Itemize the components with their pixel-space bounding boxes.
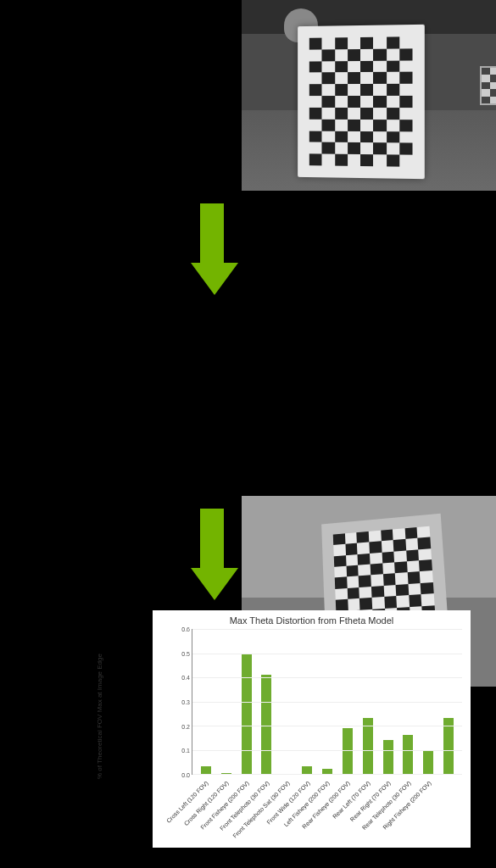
down-arrow-icon (191, 203, 233, 295)
chart-bar (423, 750, 433, 775)
chart-bar (383, 740, 393, 774)
y-tick-label: 0.6 (176, 626, 190, 632)
calibration-board-real (298, 25, 425, 179)
y-tick-label: 0.4 (176, 675, 190, 681)
chart-bar (443, 718, 454, 774)
y-tick-label: 0.2 (176, 723, 190, 729)
chart-bar (201, 766, 211, 774)
chart-bar (242, 654, 252, 775)
y-tick-label: 0.5 (176, 650, 190, 656)
chart-plot-area (192, 629, 462, 775)
chart-title: Max Theta Distortion from Ftheta Model (153, 615, 471, 626)
y-tick-label: 0.0 (176, 772, 190, 778)
chart-y-ticks: 0.00.10.20.30.40.50.6 (178, 629, 190, 775)
page-root: Max Theta Distortion from Ftheta Model %… (0, 0, 496, 868)
background-checker-small (480, 66, 496, 105)
chart-bar (403, 735, 413, 774)
y-tick-label: 0.3 (176, 699, 190, 705)
y-tick-label: 0.1 (176, 748, 190, 754)
chart-bar (302, 766, 312, 774)
down-arrow-icon (191, 509, 233, 600)
chart-bar (261, 675, 271, 774)
photo-checkerboard-real (242, 0, 496, 191)
chart-y-label: % of Theoretical FOV Max at Image Edge (96, 653, 103, 780)
chart-bar (343, 728, 353, 774)
chart-bar (363, 718, 373, 774)
distortion-chart: Max Theta Distortion from Ftheta Model %… (153, 610, 471, 848)
chart-x-ticks: Cross Left (120 FOV)Cross Right (120 FOV… (192, 776, 462, 848)
